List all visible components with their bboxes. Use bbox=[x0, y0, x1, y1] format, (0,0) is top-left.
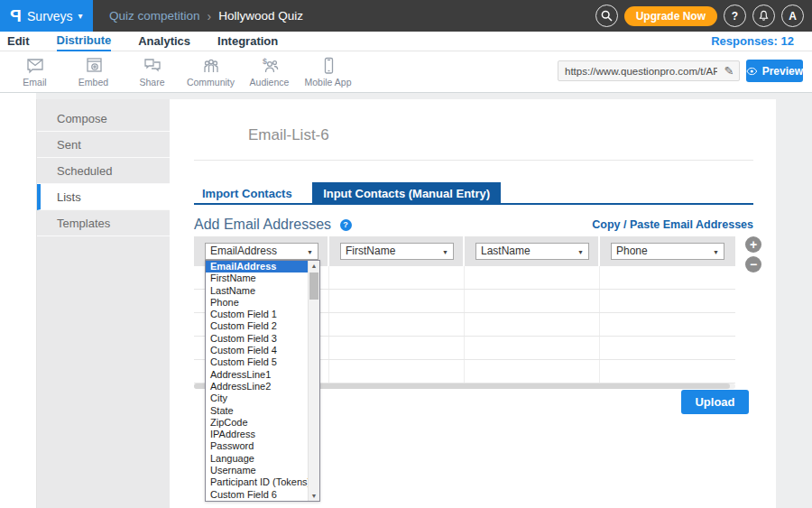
minus-icon: − bbox=[750, 257, 757, 272]
dropdown-option[interactable]: State bbox=[206, 405, 308, 417]
search-button[interactable] bbox=[595, 5, 618, 27]
preview-label: Preview bbox=[762, 65, 803, 78]
email-icon bbox=[25, 57, 45, 75]
select-arrow-icon: ▼ bbox=[713, 245, 719, 260]
toolbar-item-audience[interactable]: $ Audience bbox=[240, 52, 299, 88]
sidebar-item-lists[interactable]: Lists bbox=[37, 184, 170, 210]
dropdown-option[interactable]: IPAddress bbox=[206, 429, 308, 440]
toolbar-item-embed[interactable]: Embed bbox=[64, 52, 123, 88]
table-cell[interactable] bbox=[600, 313, 735, 336]
dropdown-option[interactable]: Phone bbox=[206, 297, 308, 309]
dropdown-option[interactable]: AddressLine1 bbox=[206, 369, 308, 381]
dropdown-option[interactable]: Language bbox=[206, 453, 308, 465]
help-button[interactable]: ? bbox=[724, 5, 746, 27]
dropdown-scrollbar[interactable]: ▲ ▼ bbox=[308, 261, 319, 501]
column-header-cell: LastName ▼ bbox=[465, 236, 600, 266]
dropdown-option[interactable]: Custom Field 3 bbox=[206, 333, 308, 345]
nav-item-analytics[interactable]: Analytics bbox=[138, 32, 190, 51]
selected-value: FirstName bbox=[346, 245, 395, 257]
dropdown-option[interactable]: FirstName bbox=[206, 272, 308, 284]
toolbar-item-mobile-app[interactable]: Mobile App bbox=[299, 52, 357, 88]
survey-url-input[interactable] bbox=[558, 66, 719, 77]
responses-count[interactable]: Responses: 12 bbox=[711, 34, 794, 48]
topbar: P Surveys ▾ Quiz competition › Hollywood… bbox=[0, 0, 812, 32]
table-cell[interactable] bbox=[465, 313, 600, 336]
help-circle-icon[interactable]: ? bbox=[340, 219, 352, 231]
toolbar-item-community[interactable]: Community bbox=[181, 52, 240, 88]
dropdown-option[interactable]: Custom Field 5 bbox=[206, 356, 308, 368]
toolbar-item-label: Audience bbox=[250, 77, 290, 88]
sidebar: ComposeSentScheduledListsTemplates bbox=[36, 99, 170, 508]
preview-button[interactable]: Preview bbox=[746, 60, 803, 82]
selected-value: Phone bbox=[616, 245, 648, 257]
table-cell[interactable] bbox=[465, 290, 600, 312]
scroll-down-icon[interactable]: ▼ bbox=[309, 493, 319, 499]
share-icon bbox=[143, 57, 162, 75]
notifications-button[interactable] bbox=[752, 5, 775, 27]
dropdown-option[interactable]: EmailAddress bbox=[206, 261, 308, 272]
column-field-select-1[interactable]: EmailAddress ▼ bbox=[205, 243, 318, 260]
column-field-select-2[interactable]: FirstName ▼ bbox=[340, 243, 454, 260]
tab-import-contacts[interactable]: Import Contacts bbox=[194, 182, 300, 205]
dropdown-option[interactable]: Password bbox=[206, 440, 308, 452]
dropdown-scrollbar-thumb[interactable] bbox=[309, 272, 318, 300]
surveys-menu-label: Surveys bbox=[27, 9, 73, 23]
account-avatar[interactable]: A bbox=[781, 5, 804, 27]
section-header: Add Email Addresses ? Copy / Paste Email… bbox=[194, 217, 753, 236]
dropdown-option[interactable]: Custom Field 1 bbox=[206, 309, 308, 320]
breadcrumb: Quiz competition › Hollywood Quiz bbox=[109, 9, 303, 23]
table-cell[interactable] bbox=[329, 313, 465, 336]
table-cell[interactable] bbox=[329, 290, 465, 312]
sidebar-item-compose[interactable]: Compose bbox=[37, 106, 170, 132]
toolbar-item-share[interactable]: Share bbox=[123, 52, 181, 88]
scroll-up-icon[interactable]: ▲ bbox=[309, 263, 319, 269]
sidebar-item-sent[interactable]: Sent bbox=[37, 132, 170, 158]
sidebar-item-scheduled[interactable]: Scheduled bbox=[37, 158, 170, 184]
column-field-select-3[interactable]: LastName ▼ bbox=[475, 243, 589, 260]
table-cell[interactable] bbox=[465, 337, 600, 359]
dropdown-option[interactable]: Username bbox=[206, 465, 308, 476]
dropdown-option[interactable]: ZipCode bbox=[206, 417, 308, 429]
toolbar-item-email[interactable]: Email bbox=[5, 52, 64, 88]
table-cell[interactable] bbox=[329, 266, 465, 289]
edit-url-pencil-icon[interactable]: ✎ bbox=[719, 64, 739, 78]
nav-item-edit[interactable]: Edit bbox=[7, 32, 30, 51]
toolbar-item-label: Email bbox=[23, 77, 46, 88]
tab-input-contacts-manual[interactable]: Input Contacts (Manual Entry) bbox=[312, 182, 501, 205]
dropdown-option[interactable]: City bbox=[206, 393, 308, 404]
dropdown-option[interactable]: Custom Field 4 bbox=[206, 345, 308, 356]
copy-paste-email-link[interactable]: Copy / Paste Email Addresses bbox=[592, 217, 753, 233]
dropdown-option[interactable]: AddressLine2 bbox=[206, 381, 308, 393]
page-title: Email-List-6 bbox=[248, 126, 329, 144]
upgrade-now-button[interactable]: Upgrade Now bbox=[624, 6, 717, 26]
questionpro-logo[interactable]: P Surveys ▾ bbox=[0, 0, 93, 32]
breadcrumb-current: Hollywood Quiz bbox=[218, 9, 303, 23]
table-cell[interactable] bbox=[465, 266, 600, 289]
nav-item-integration[interactable]: Integration bbox=[217, 32, 278, 51]
sidebar-item-templates[interactable]: Templates bbox=[37, 210, 170, 236]
table-cell[interactable] bbox=[600, 266, 735, 289]
column-field-select-4[interactable]: Phone ▼ bbox=[611, 243, 724, 260]
table-cell[interactable] bbox=[600, 360, 735, 383]
table-cell[interactable] bbox=[600, 337, 735, 359]
audience-icon: $ bbox=[260, 57, 280, 75]
breadcrumb-parent[interactable]: Quiz competition bbox=[109, 9, 200, 23]
select-arrow-icon: ▼ bbox=[442, 245, 448, 260]
dropdown-option[interactable]: Custom Field 6 bbox=[206, 489, 308, 501]
selected-value: EmailAddress bbox=[210, 245, 277, 257]
eye-icon bbox=[746, 67, 758, 76]
nav-item-distribute[interactable]: Distribute bbox=[57, 32, 112, 51]
dropdown-option[interactable]: Participant ID (Tokens) bbox=[206, 476, 308, 488]
question-mark-icon: ? bbox=[732, 10, 738, 23]
right-gutter bbox=[776, 93, 812, 508]
upload-button[interactable]: Upload bbox=[681, 390, 749, 414]
table-cell[interactable] bbox=[329, 360, 465, 383]
dropdown-option[interactable]: LastName bbox=[206, 285, 308, 297]
add-row-button[interactable]: + bbox=[745, 236, 761, 253]
table-cell[interactable] bbox=[600, 290, 735, 312]
table-cell[interactable] bbox=[329, 337, 465, 359]
remove-row-button[interactable]: − bbox=[745, 256, 761, 272]
title-divider bbox=[194, 160, 753, 161]
dropdown-option[interactable]: Custom Field 2 bbox=[206, 320, 308, 332]
table-cell[interactable] bbox=[465, 360, 600, 383]
